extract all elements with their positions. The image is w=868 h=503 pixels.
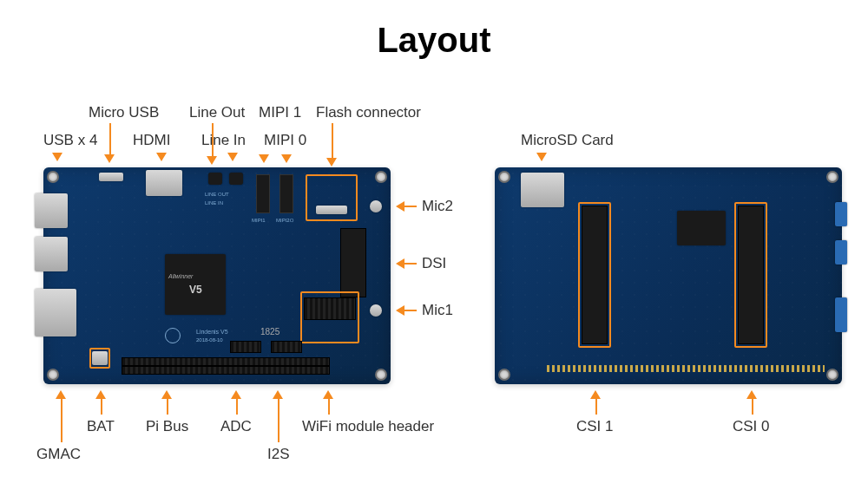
arrow-icon: [323, 390, 333, 399]
usb-stack: [35, 237, 68, 271]
silk-rev: 1825: [260, 327, 279, 336]
mic2: [370, 200, 382, 212]
leader: [167, 399, 168, 415]
adc-header: [230, 341, 261, 353]
leader: [278, 399, 279, 442]
leader: [404, 263, 417, 265]
label-pi-bus: Pi Bus: [146, 418, 188, 435]
silk-lineout: LINE OUT: [205, 192, 229, 197]
arrow-icon: [227, 153, 238, 161]
arrow-icon: [590, 390, 601, 399]
audio-jack-lineout: [208, 173, 222, 185]
leader: [404, 310, 417, 311]
dsi-connector: [340, 228, 366, 297]
arrow-icon: [161, 390, 172, 399]
arrow-icon: [231, 390, 241, 399]
bat-outline: [89, 348, 110, 369]
label-mipi0: MIPI 0: [264, 132, 306, 149]
arrow-icon: [156, 153, 167, 161]
wifi-header-outline: [300, 291, 359, 343]
csi1-outline: [578, 202, 611, 348]
label-hdmi: HDMI: [133, 132, 170, 149]
silk-date: 2018-08-10: [196, 337, 223, 343]
arrow-icon: [536, 153, 547, 161]
silk-mipi0: MIPI2O: [276, 218, 293, 223]
mic1: [370, 304, 382, 317]
logo-circle: [165, 328, 181, 343]
flash-connector: [316, 206, 347, 214]
edge-conn: [835, 297, 847, 332]
label-bat: BAT: [87, 418, 115, 435]
leader: [109, 123, 111, 156]
memory-chip: [677, 211, 726, 245]
arrow-icon: [273, 390, 283, 399]
leader: [61, 399, 62, 442]
microsd-slot: [521, 173, 564, 207]
arrow-icon: [281, 154, 292, 163]
label-wifi-header: WiFi module header: [302, 418, 434, 435]
arrow-icon: [207, 156, 217, 165]
label-microsd: MicroSD Card: [521, 132, 614, 149]
silk-linein: LINE IN: [205, 200, 223, 206]
arrow-icon: [259, 154, 269, 163]
mipi0-slot: [279, 174, 293, 213]
mount-hole: [498, 171, 510, 183]
leader: [404, 206, 417, 207]
label-mic2: Mic2: [422, 198, 453, 215]
arrow-icon: [396, 258, 404, 269]
edge-conn: [835, 240, 847, 265]
mipi1-slot: [256, 174, 270, 213]
pi-bus-gpio: [122, 366, 330, 375]
leader: [236, 399, 238, 415]
hdmi-port: [146, 170, 182, 196]
label-dsi: DSI: [422, 255, 446, 272]
pcb-back: [495, 167, 842, 384]
label-mipi1: MIPI 1: [259, 104, 301, 121]
leader: [752, 399, 753, 415]
label-adc: ADC: [220, 418, 252, 435]
page-title: Layout: [0, 21, 868, 60]
usb-stack: [35, 193, 68, 228]
label-mic1: Mic1: [422, 302, 453, 319]
label-csi1: CSI 1: [576, 418, 614, 435]
silk-maker: Lindenis V5: [196, 329, 228, 335]
label-usb-x4: USB x 4: [43, 132, 97, 149]
arrow-icon: [52, 153, 62, 161]
label-flash-connector: Flash connector: [316, 104, 421, 121]
label-i2s: I2S: [267, 446, 290, 463]
mount-hole: [47, 171, 59, 183]
soc-brand: Allwinner: [168, 273, 193, 279]
gpio-solder-row: [547, 365, 825, 372]
mount-hole: [826, 369, 838, 381]
leader: [101, 399, 102, 415]
soc-model: V5: [189, 284, 202, 296]
micro-usb-port: [99, 173, 123, 181]
arrow-icon: [56, 390, 66, 399]
label-gmac: GMAC: [36, 446, 81, 463]
label-line-out: Line Out: [189, 104, 245, 121]
mount-hole: [498, 369, 510, 381]
arrow-icon: [396, 305, 404, 316]
edge-conn: [835, 202, 847, 226]
i2s-header: [271, 341, 302, 353]
ethernet-gmac: [35, 289, 76, 336]
label-csi0: CSI 0: [733, 418, 770, 435]
arrow-icon: [326, 158, 337, 167]
audio-jack-linein: [229, 173, 243, 185]
silk-mipi1: MIPI1: [252, 218, 266, 223]
mount-hole: [826, 171, 838, 183]
label-line-in: Line In: [201, 132, 246, 149]
csi0-outline: [734, 202, 767, 348]
label-micro-usb: Micro USB: [89, 104, 159, 121]
mount-hole: [47, 369, 59, 381]
arrow-icon: [95, 390, 106, 399]
arrow-icon: [396, 201, 404, 212]
arrow-icon: [104, 154, 115, 163]
pi-bus-gpio: [122, 357, 330, 366]
leader: [328, 399, 330, 415]
pcb-front: Allwinner V5 LINE OUT LINE IN MIPI1 MIPI…: [43, 167, 391, 384]
leader: [595, 399, 597, 415]
mount-hole: [375, 171, 387, 183]
leader: [332, 123, 333, 160]
mount-hole: [375, 369, 387, 381]
